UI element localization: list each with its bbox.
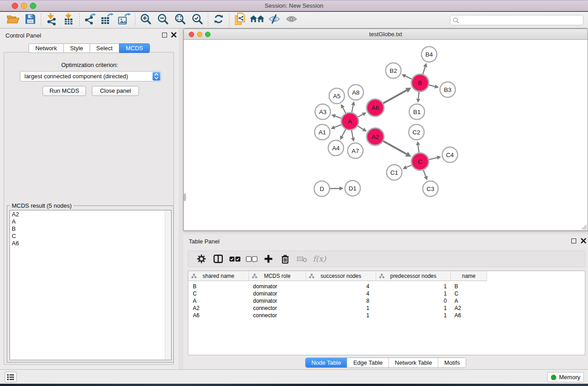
edge-B-B3[interactable] [429,85,435,86]
column-header-name[interactable]: name [451,271,487,281]
search-input[interactable] [450,15,583,25]
zoom-fit-button[interactable] [172,13,189,27]
tab-node-table[interactable]: Node Table [306,358,347,367]
cell-name[interactable]: A [451,297,487,305]
cell-name[interactable]: A6 [451,312,487,319]
export-network-button[interactable] [81,13,99,27]
tab-select[interactable]: Select [90,43,120,53]
edge-A-A7[interactable] [352,130,353,138]
run-mcds-button[interactable]: Run MCDS [43,86,86,96]
refresh-layout-button[interactable] [210,13,227,27]
float-panel-button[interactable] [162,33,167,38]
cell-shared-name[interactable]: A [188,297,249,305]
column-header-MCDS-role[interactable]: MCDS role [249,271,306,281]
table-row[interactable]: A6connector11A6 [188,312,487,319]
close-panel-icon-button[interactable] [171,32,177,38]
node-table[interactable]: shared nameMCDS rolesuccessor nodesprede… [188,271,585,355]
cell-predecessor-nodes[interactable]: 1 [376,283,451,290]
edge-A-A1[interactable] [335,124,341,127]
tab-mcds[interactable]: MCDS [119,43,150,53]
zoom-in-button[interactable] [137,13,154,27]
cell-successor-nodes[interactable]: 4 [306,290,376,297]
table-row[interactable]: Adominator80A [188,297,487,305]
cell-MCDS-role[interactable]: connector [249,305,306,312]
edge-B-B1[interactable] [418,92,419,99]
edge-B-B4[interactable] [423,67,425,74]
edge-A-A2[interactable] [358,126,363,129]
optimization-criterion-select[interactable]: largest connected component (directed) [20,71,161,81]
cell-predecessor-nodes[interactable]: 1 [376,312,451,319]
close-table-panel-button[interactable] [580,238,587,244]
edge-A-A4[interactable] [342,129,345,137]
edge-A6-B[interactable] [383,91,406,104]
export-table-button[interactable] [99,13,116,27]
edge-A-A3[interactable] [335,116,341,119]
save-session-button[interactable] [22,13,39,27]
result-item[interactable]: B [10,225,171,232]
mcds-result-list[interactable]: A2ABCA6 [10,210,172,360]
cell-successor-nodes[interactable]: 1 [306,305,376,312]
import-table-button[interactable] [60,13,77,27]
column-header-shared-name[interactable]: shared name [188,271,249,281]
cell-shared-name[interactable]: A2 [188,305,249,312]
cell-shared-name[interactable]: C [188,290,249,297]
unselect-all-columns-button[interactable] [243,252,260,266]
result-item[interactable]: A6 [10,239,171,247]
table-row[interactable]: Bdominator41B [188,283,487,290]
memory-button[interactable]: Memory [547,372,584,382]
delete-column-button[interactable] [277,252,293,266]
network-canvas[interactable]: B4B2BB3A8A5A6A3B1AA1A2C2A4A7C4CC1C3DD1 [184,40,588,230]
column-header-predecessor-nodes[interactable]: predecessor nodes [376,271,451,281]
canvas-scroll-nub[interactable] [184,194,186,201]
tab-network[interactable]: Network [29,43,64,53]
cell-shared-name[interactable]: B [188,283,249,290]
zoom-out-button[interactable] [154,13,172,27]
edge-A-A8[interactable] [352,105,353,112]
cell-name[interactable]: B [451,283,487,290]
close-panel-button[interactable]: Close panel [92,86,139,96]
cell-MCDS-role[interactable]: dominator [249,297,306,305]
edge-A2-C[interactable] [383,141,406,154]
edge-C-C1[interactable] [406,165,412,167]
result-item[interactable]: A [10,218,171,225]
cell-predecessor-nodes[interactable]: 0 [376,297,451,305]
open-session-button[interactable] [5,13,22,27]
cell-successor-nodes[interactable]: 8 [306,297,376,305]
import-network-button[interactable] [43,13,60,27]
edge-B-B2[interactable] [405,76,411,79]
network-window-titlebar[interactable]: testGlobe.txt [184,29,588,40]
function-builder-button[interactable]: f(x) [310,252,326,266]
first-neighbors-button[interactable] [249,13,266,27]
edge-C-C2[interactable] [418,145,419,152]
tab-motifs[interactable]: Motifs [438,358,466,367]
cell-name[interactable]: C [451,290,487,297]
cell-predecessor-nodes[interactable]: 1 [376,290,451,297]
edge-C-C4[interactable] [429,157,437,159]
show-all-button[interactable] [283,13,300,27]
task-history-button[interactable] [5,372,17,382]
edge-A-A6[interactable] [358,114,363,117]
show-columns-button[interactable] [210,252,226,266]
edge-A-A5[interactable] [343,108,345,113]
tab-style[interactable]: Style [63,43,90,53]
result-item[interactable]: A2 [10,210,171,218]
hide-selected-button[interactable] [266,13,283,27]
cell-shared-name[interactable]: A6 [188,312,249,319]
create-column-button[interactable] [260,252,277,266]
cell-successor-nodes[interactable]: 4 [306,283,376,290]
edge-C-C3[interactable] [423,170,425,176]
network-graph[interactable]: B4B2BB3A8A5A6A3B1AA1A2C2A4A7C4CC1C3DD1 [184,40,588,230]
zoom-selected-button[interactable] [189,13,206,27]
float-table-panel-button[interactable] [571,238,576,243]
result-list-scrollbar[interactable] [165,210,171,360]
table-settings-button[interactable] [193,252,210,266]
select-all-columns-button[interactable] [226,252,243,266]
cell-MCDS-role[interactable]: connector [249,312,306,319]
result-item[interactable]: C [10,232,171,239]
new-network-from-selection-button[interactable] [231,13,249,27]
cell-MCDS-role[interactable]: dominator [249,283,306,290]
cell-predecessor-nodes[interactable]: 1 [376,305,451,312]
tab-edge-table[interactable]: Edge Table [347,358,388,367]
delete-table-button[interactable] [293,252,310,266]
table-row[interactable]: Cdominator41C [188,290,487,297]
